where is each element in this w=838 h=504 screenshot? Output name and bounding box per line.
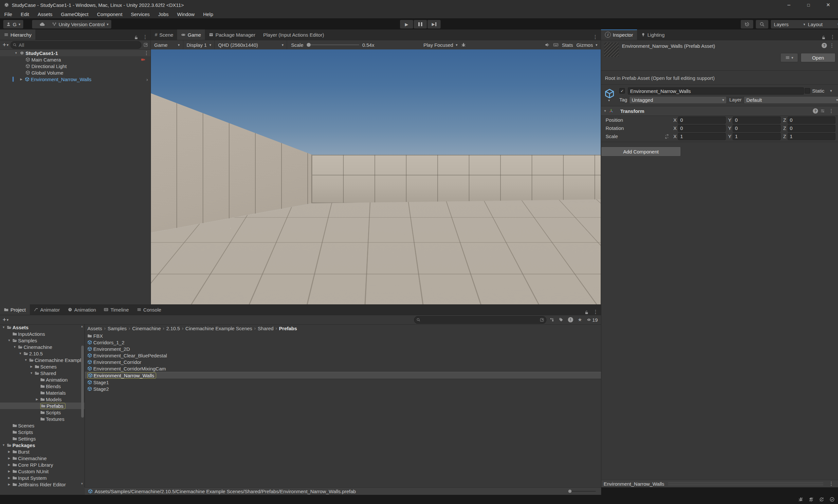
play-button[interactable]: ▶ (400, 20, 413, 29)
scroll-up-icon[interactable]: ▲ (81, 325, 84, 328)
rotation-y-field[interactable]: 0 (733, 125, 780, 132)
layer-dropdown[interactable]: Default▾ (744, 96, 838, 104)
keyboard-icon[interactable] (553, 42, 558, 48)
add-component-button[interactable]: Add Component (601, 147, 681, 157)
create-asset-button[interactable]: + (3, 317, 6, 323)
gizmos-dropdown[interactable]: Gizmos▾ (576, 42, 598, 48)
menu-file[interactable]: File (0, 10, 16, 18)
account-dropdown[interactable]: G ▾ (3, 20, 23, 29)
tree-item-rider-editor[interactable]: ▶JetBrains Rider Editor (0, 481, 85, 487)
tab-animation[interactable]: Animation (64, 304, 100, 315)
tree-item-scripts[interactable]: Scripts (0, 409, 85, 416)
tree-item-cinemachine-pkg[interactable]: ▶Cinemachine (0, 455, 85, 462)
tree-item-core-rp[interactable]: ▶Core RP Library (0, 462, 85, 468)
properties-list-dropdown[interactable]: ▾ (780, 53, 798, 62)
hierarchy-item-directional-light[interactable]: Directional Light (0, 63, 150, 69)
scale-slider[interactable] (307, 44, 359, 45)
asset-fbx-folder[interactable]: FBX (85, 332, 601, 339)
step-button[interactable]: ▶ (428, 20, 441, 29)
layout-dropdown[interactable]: Layout ▾ (805, 20, 838, 29)
position-z-field[interactable]: 0 (788, 116, 835, 124)
hierarchy-item-environment-narrow-walls[interactable]: ▶ Environment_Narrow_Walls › (0, 76, 150, 83)
transform-menu-icon[interactable]: ⋮ (827, 108, 835, 114)
tree-item-scenes-root[interactable]: Scenes (0, 422, 85, 429)
breadcrumb-example-scenes[interactable]: Cinemachine Example Scenes (185, 326, 252, 331)
open-new-window-icon[interactable] (540, 318, 544, 322)
chevron-down-icon[interactable]: ▾ (7, 318, 9, 322)
project-search-input[interactable] (422, 317, 538, 323)
tree-item-models[interactable]: ▶Models (0, 396, 85, 402)
rotation-x-field[interactable]: 0 (678, 125, 726, 132)
scale-y-field[interactable]: 1 (733, 133, 780, 140)
breadcrumb-assets[interactable]: Assets (87, 326, 102, 331)
undo-history-button[interactable] (741, 20, 753, 29)
pause-button[interactable] (414, 20, 427, 29)
breadcrumb-samples[interactable]: Samples (108, 326, 127, 331)
link-broken-icon[interactable] (662, 134, 671, 139)
menu-jobs[interactable]: Jobs (154, 10, 173, 18)
minimize-button[interactable]: – (779, 2, 799, 8)
tab-animator[interactable]: Animator (30, 304, 64, 315)
scale-slider-handle[interactable] (307, 43, 311, 47)
hidden-count-eye-icon[interactable] (587, 318, 591, 322)
position-y-field[interactable]: 0 (733, 116, 780, 124)
presets-icon[interactable] (820, 109, 825, 113)
tab-scene[interactable]: # Scene (151, 30, 177, 40)
tab-inspector[interactable]: i Inspector (601, 30, 637, 40)
tree-item-version[interactable]: ▼2.10.5 (0, 350, 85, 357)
menu-help[interactable]: Help (199, 10, 217, 18)
menu-window[interactable]: Window (173, 10, 199, 18)
breadcrumb-prefabs[interactable]: Prefabs (279, 326, 297, 331)
search-everything-button[interactable] (756, 20, 768, 29)
open-prefab-button[interactable]: Open (801, 53, 835, 62)
create-add-button[interactable]: + (3, 42, 6, 48)
asset-stage1[interactable]: Stage1 (85, 379, 601, 385)
menu-assets[interactable]: Assets (33, 10, 57, 18)
foldout-open-icon[interactable]: ▼ (604, 109, 607, 112)
tree-item-burst[interactable]: ▶Burst (0, 448, 85, 455)
hierarchy-search[interactable] (11, 41, 141, 49)
static-checkbox[interactable] (805, 88, 810, 94)
activity-ok-icon[interactable] (830, 497, 835, 502)
tree-item-scripts-root[interactable]: Scripts (0, 429, 85, 435)
asset-environment-corridormixingcam[interactable]: Environment_CorridorMixingCam (85, 365, 601, 372)
asset-environment-2d[interactable]: Environment_2D (85, 346, 601, 352)
tree-scrollbar-thumb[interactable] (81, 346, 84, 418)
tag-dropdown[interactable]: Untagged▾ (629, 96, 727, 104)
rotation-z-field[interactable]: 0 (788, 125, 835, 132)
tab-console[interactable]: Console (133, 304, 165, 315)
asset-environment-narrow-walls[interactable]: Environment_Narrow_Walls (85, 372, 601, 379)
tab-package-manager[interactable]: Package Manager (205, 30, 259, 40)
transform-header[interactable]: ▼ Transform ? ⋮ (601, 106, 838, 116)
play-focused-dropdown[interactable]: Play Focused▾ (420, 40, 461, 50)
project-search[interactable] (414, 316, 546, 324)
lock-icon[interactable] (821, 35, 826, 40)
inspector-menu-icon[interactable]: ⋮ (828, 34, 837, 40)
asset-environment-corridor[interactable]: Environment_Corridor (85, 359, 601, 365)
search-by-type-icon[interactable] (550, 318, 554, 322)
tree-item-example-scenes[interactable]: ▼Cinemachine Example Scenes (0, 357, 85, 363)
tree-item-prefabs[interactable]: Prefabs (0, 402, 85, 409)
position-x-field[interactable]: 0 (678, 116, 726, 124)
foldout-closed-icon[interactable]: ▶ (19, 77, 23, 81)
auto-refresh-disabled-icon[interactable] (819, 497, 824, 502)
tree-item-input-system[interactable]: ▶Input System (0, 474, 85, 481)
import-warnings-icon[interactable]: ! (568, 317, 573, 322)
tree-item-inputactions[interactable]: InputActions (0, 330, 85, 337)
static-dropdown-icon[interactable]: ▾ (830, 89, 832, 93)
tree-item-shared[interactable]: ▼Shared (0, 370, 85, 376)
thumbnail-size-slider[interactable] (568, 491, 596, 491)
hierarchy-search-input[interactable] (18, 42, 139, 48)
prefab-open-chevron[interactable]: › (146, 76, 148, 82)
breadcrumb-shared[interactable]: Shared (257, 326, 273, 331)
search-by-label-icon[interactable] (559, 318, 563, 322)
tab-timeline[interactable]: Timeline (100, 304, 132, 315)
tree-item-samples[interactable]: ▼Samples (0, 337, 85, 344)
display-dropdown[interactable]: Display 1▾ (183, 40, 215, 50)
tab-project[interactable]: Project (0, 304, 30, 315)
scene-row[interactable]: ▼ StudyCase1-1 ⋮ (0, 50, 150, 56)
breadcrumb-version[interactable]: 2.10.5 (166, 326, 180, 331)
asset-stage2[interactable]: Stage2 (85, 385, 601, 392)
thumbnail-size-handle[interactable] (568, 490, 572, 493)
tab-game[interactable]: Game (177, 30, 205, 40)
